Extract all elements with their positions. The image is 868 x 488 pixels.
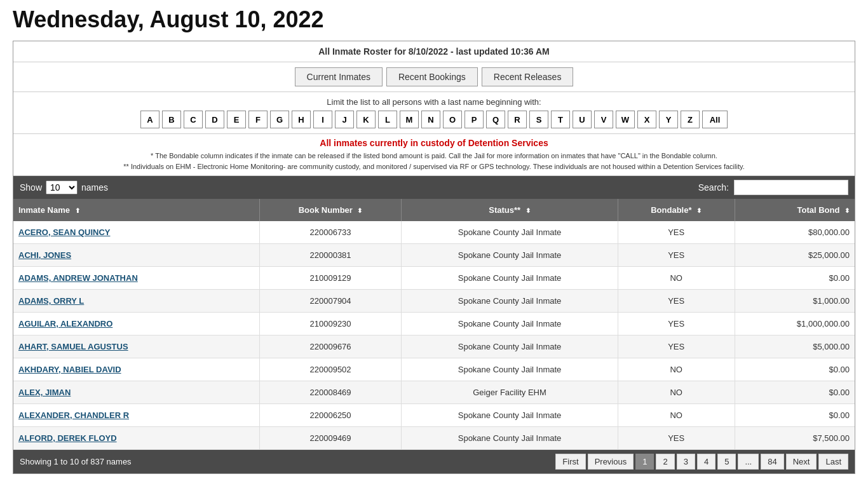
letter-btn-l[interactable]: L (378, 111, 397, 128)
letter-btn-q[interactable]: Q (486, 111, 505, 128)
pagination-last[interactable]: Last (818, 454, 848, 470)
inmate-name-link[interactable]: ADAMS, ANDREW JONATHAN (18, 273, 138, 283)
pagination-first[interactable]: First (555, 454, 585, 470)
pagination-next[interactable]: Next (786, 454, 817, 470)
letter-btn-t[interactable]: T (551, 111, 570, 128)
pagination-page-2[interactable]: 2 (656, 454, 674, 470)
letter-btn-u[interactable]: U (573, 111, 592, 128)
letter-btn-f[interactable]: F (248, 111, 268, 128)
notice-section: All inmates currently in custody of Dete… (13, 134, 855, 176)
letter-btn-v[interactable]: V (594, 111, 613, 128)
page-title: Wednesday, August 10, 2022 (13, 6, 855, 33)
inmate-name-link[interactable]: AKHDARY, NABIEL DAVID (18, 365, 121, 374)
letter-btn-all[interactable]: All (702, 111, 728, 128)
status-cell: Spokane County Jail Inmate (402, 427, 618, 450)
letter-btn-r[interactable]: R (508, 111, 527, 128)
table-row: ALEX, JIMAN 220008469 Geiger Facility EH… (13, 381, 855, 404)
total-bond-cell: $5,000.00 (735, 336, 855, 358)
pagination-prev[interactable]: Previous (588, 454, 634, 470)
inmate-name-cell: ADAMS, ORRY L (13, 290, 259, 313)
pagination-page-3[interactable]: 3 (677, 454, 695, 470)
letter-btn-x[interactable]: X (637, 111, 656, 128)
letter-btn-e[interactable]: E (227, 111, 246, 128)
inmate-name-cell: ALEXANDER, CHANDLER R (13, 404, 259, 427)
pagination-page-4[interactable]: 4 (697, 454, 715, 470)
tab-row: Current Inmates Recent Bookings Recent R… (13, 62, 855, 92)
tab-current-inmates[interactable]: Current Inmates (295, 67, 383, 86)
inmate-name-cell: ALFORD, DEREK FLOYD (13, 427, 259, 450)
bondable-cell: NO (618, 267, 735, 290)
letter-btn-w[interactable]: W (616, 111, 635, 128)
inmate-name-link[interactable]: ACERO, SEAN QUINCY (18, 227, 110, 237)
pagination: FirstPrevious12345...84NextLast (555, 454, 848, 470)
table-row: ACHI, JONES 220000381 Spokane County Jai… (13, 244, 855, 267)
letter-btn-a[interactable]: A (140, 111, 159, 128)
letter-btn-d[interactable]: D (205, 111, 224, 128)
inmate-name-link[interactable]: ALFORD, DEREK FLOYD (18, 433, 117, 443)
pagination-page-5[interactable]: 5 (717, 454, 736, 470)
status-cell: Spokane County Jail Inmate (402, 404, 618, 427)
table-row: ADAMS, ORRY L 220007904 Spokane County J… (13, 290, 855, 313)
book-number-cell: 220006250 (259, 404, 401, 427)
letter-btn-p[interactable]: P (465, 111, 484, 128)
book-number-cell: 220009676 (259, 336, 401, 358)
status-cell: Spokane County Jail Inmate (402, 358, 618, 381)
status-cell: Spokane County Jail Inmate (402, 267, 618, 290)
pagination-page-1[interactable]: 1 (635, 454, 654, 470)
tab-recent-bookings[interactable]: Recent Bookings (386, 67, 478, 86)
letter-btn-n[interactable]: N (421, 111, 440, 128)
letter-btn-o[interactable]: O (443, 111, 462, 128)
inmate-name-cell: ADAMS, ANDREW JONATHAN (13, 267, 259, 290)
letter-btn-z[interactable]: Z (681, 111, 700, 128)
letter-btn-k[interactable]: K (356, 111, 376, 128)
ehm-note: ** Individuals on EHM - Electronic Home … (26, 161, 842, 172)
pagination-ellipsis[interactable]: ... (738, 454, 759, 470)
total-bond-cell: $25,000.00 (735, 244, 855, 267)
bondable-cell: NO (618, 404, 735, 427)
bondable-cell: YES (618, 336, 735, 358)
letter-btn-b[interactable]: B (162, 111, 181, 128)
letter-btn-s[interactable]: S (529, 111, 548, 128)
total-bond-cell: $0.00 (735, 381, 855, 404)
inmate-name-cell: AHART, SAMUEL AGUSTUS (13, 336, 259, 358)
inmate-name-link[interactable]: ADAMS, ORRY L (18, 296, 84, 306)
status-cell: Spokane County Jail Inmate (402, 336, 618, 358)
letter-btn-j[interactable]: J (335, 111, 354, 128)
col-header-status[interactable]: Status** ⬍ (402, 199, 618, 221)
inmate-name-cell: AGUILAR, ALEXANDRO (13, 313, 259, 336)
letter-btn-c[interactable]: C (184, 111, 203, 128)
showing-text: Showing 1 to 10 of 837 names (20, 457, 132, 466)
show-select[interactable]: 10 25 50 100 (46, 180, 78, 194)
inmate-name-link[interactable]: ALEXANDER, CHANDLER R (18, 410, 129, 420)
total-bond-cell: $80,000.00 (735, 221, 855, 244)
footer-bar: Showing 1 to 10 of 837 names FirstPrevio… (13, 450, 855, 473)
bondable-note: * The Bondable column indicates if the i… (26, 151, 842, 161)
total-bond-cell: $1,000,000.00 (735, 313, 855, 336)
letter-btn-y[interactable]: Y (659, 111, 678, 128)
book-number-cell: 220006733 (259, 221, 401, 244)
letter-btn-m[interactable]: M (400, 111, 419, 128)
book-number-cell: 220009469 (259, 427, 401, 450)
pagination-last-page[interactable]: 84 (761, 454, 783, 470)
bondable-cell: NO (618, 358, 735, 381)
inmate-name-link[interactable]: ACHI, JONES (18, 250, 71, 260)
status-cell: Spokane County Jail Inmate (402, 244, 618, 267)
letter-btn-i[interactable]: I (313, 111, 332, 128)
col-header-bondable[interactable]: Bondable* ⬍ (618, 199, 735, 221)
inmate-name-link[interactable]: AGUILAR, ALEXANDRO (18, 319, 112, 329)
tab-recent-releases[interactable]: Recent Releases (482, 67, 574, 86)
inmate-name-cell: AKHDARY, NABIEL DAVID (13, 358, 259, 381)
col-header-book[interactable]: Book Number ⬍ (259, 199, 401, 221)
search-input[interactable] (734, 180, 848, 195)
table-row: AGUILAR, ALEXANDRO 210009230 Spokane Cou… (13, 313, 855, 336)
inmate-name-link[interactable]: AHART, SAMUEL AGUSTUS (18, 342, 128, 351)
status-cell: Spokane County Jail Inmate (402, 221, 618, 244)
col-header-name[interactable]: Inmate Name ⬆ (13, 199, 259, 221)
letter-btn-g[interactable]: G (270, 111, 289, 128)
letter-btn-h[interactable]: H (292, 111, 311, 128)
inmate-name-link[interactable]: ALEX, JIMAN (18, 388, 71, 397)
col-header-bond[interactable]: Total Bond ⬍ (735, 199, 855, 221)
bondable-cell: NO (618, 381, 735, 404)
bondable-cell: YES (618, 313, 735, 336)
table-row: AHART, SAMUEL AGUSTUS 220009676 Spokane … (13, 336, 855, 358)
